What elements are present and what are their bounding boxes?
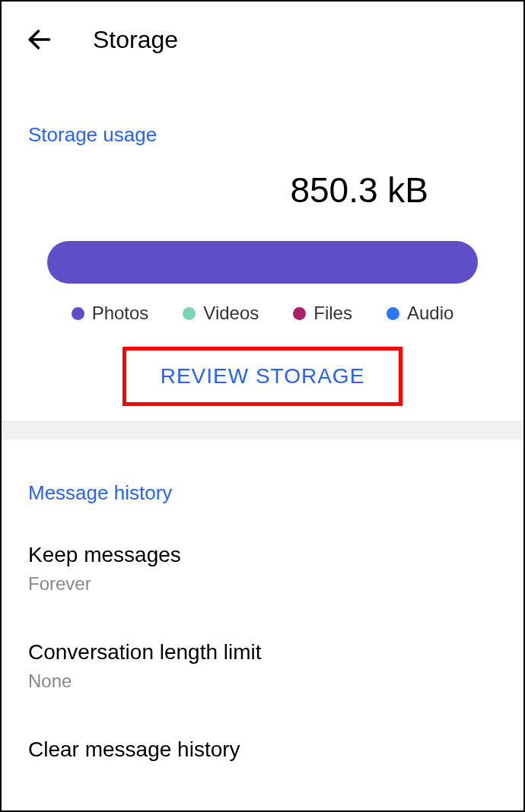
- section-divider: [2, 421, 523, 439]
- keep-messages-value: Forever: [28, 573, 497, 595]
- legend-label-files: Files: [313, 303, 352, 324]
- storage-usage-header: Storage usage: [28, 123, 497, 147]
- legend-item-audio: Audio: [387, 303, 453, 324]
- review-button-wrapper: REVIEW STORAGE: [28, 347, 497, 406]
- review-storage-button[interactable]: REVIEW STORAGE: [123, 347, 403, 406]
- legend-item-videos: Videos: [183, 303, 259, 324]
- storage-progress-bar: [47, 241, 478, 284]
- legend-label-videos: Videos: [203, 303, 259, 324]
- keep-messages-item[interactable]: Keep messages Forever: [2, 543, 523, 595]
- legend-dot-videos: [183, 307, 196, 320]
- page-title: Storage: [93, 26, 178, 54]
- legend-dot-audio: [387, 307, 399, 320]
- storage-total-value: 850.3 kB: [28, 170, 497, 211]
- legend-dot-photos: [72, 307, 84, 320]
- storage-legend: Photos Videos Files Audio: [28, 303, 497, 324]
- back-icon[interactable]: [24, 24, 55, 55]
- legend-item-files: Files: [293, 303, 352, 324]
- clear-history-title: Clear message history: [28, 737, 497, 762]
- header: Storage: [2, 2, 523, 70]
- conversation-limit-value: None: [28, 671, 497, 692]
- keep-messages-title: Keep messages: [28, 543, 497, 567]
- storage-section: Storage usage 850.3 kB Photos Videos Fil…: [2, 123, 523, 406]
- conversation-limit-item[interactable]: Conversation length limit None: [2, 640, 523, 692]
- message-history-header: Message history: [2, 481, 523, 505]
- legend-dot-files: [293, 307, 306, 320]
- legend-item-photos: Photos: [72, 303, 149, 324]
- legend-label-audio: Audio: [407, 303, 453, 324]
- clear-history-item[interactable]: Clear message history: [2, 737, 523, 762]
- conversation-limit-title: Conversation length limit: [28, 640, 497, 665]
- legend-label-photos: Photos: [92, 303, 149, 324]
